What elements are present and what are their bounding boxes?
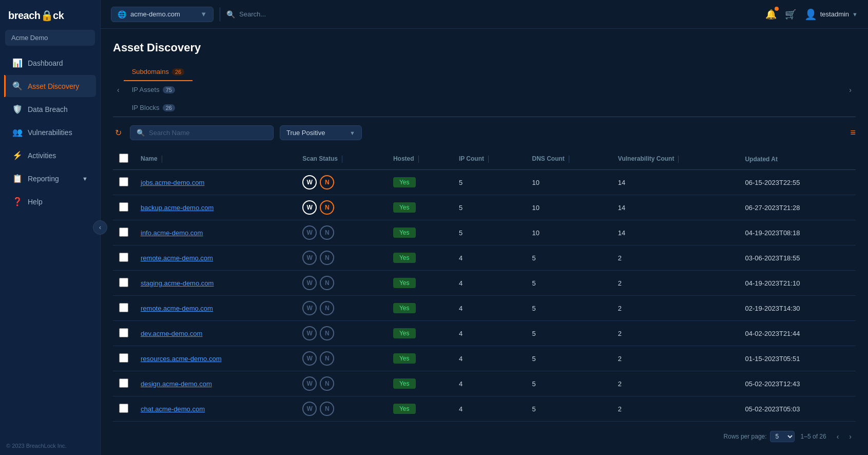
scan-n-badge: N [320,301,334,315]
hosted-badge: Yes [393,404,416,414]
subdomain-link[interactable]: jobs.acme-demo.com [141,179,204,186]
prev-page-button[interactable]: ‹ [833,430,843,443]
row-scan-status: WN [296,170,387,195]
page-title: Asset Discovery [113,41,856,54]
row-dns-count: 5 [526,245,612,271]
row-checkbox[interactable] [119,353,128,363]
subdomain-link[interactable]: remote.acme-demo.com [141,254,213,262]
row-checkbox[interactable] [119,278,128,287]
row-vulnerability-count: 2 [612,396,739,422]
row-checkbox[interactable] [119,378,128,388]
user-menu[interactable]: 👤 testadmin ▼ [804,8,858,21]
subdomain-link[interactable]: backup.acme-demo.com [141,204,214,212]
sidebar-item-reporting[interactable]: 📋Reporting▼ [4,167,96,189]
data-breach-label: Data Breach [28,105,68,113]
search-input[interactable] [149,129,267,137]
search-icon: 🔍 [137,129,145,137]
table-row: resources.acme-demo.comWNYes45201-15-202… [113,346,856,371]
row-dns-count: 10 [526,220,612,245]
scan-n-badge: N [320,276,334,290]
row-checkbox-cell [113,396,134,422]
row-checkbox[interactable] [119,202,128,212]
row-name: remote.acme-demo.com [134,245,296,271]
scan-icons: WN [302,175,381,189]
row-updated-at: 04-19-2023T08:18 [739,220,856,245]
hosted-badge: Yes [393,202,416,213]
row-checkbox[interactable] [119,328,128,337]
sidebar-item-data-breach[interactable]: 🛡️Data Breach [4,98,96,120]
table-row: backup.acme-demo.comWNYes5101406-27-2023… [113,195,856,220]
row-ip-count: 5 [453,220,526,245]
sidebar: breach🔒ck Acme Demo 📊Dashboard🔍Asset Dis… [0,0,101,455]
row-updated-at: 06-15-2023T22:55 [739,170,856,195]
workspace-selector[interactable]: Acme Demo [5,30,95,46]
rows-per-page-select[interactable]: 5 10 25 [770,431,795,442]
sidebar-item-asset-discovery[interactable]: 🔍Asset Discovery [4,75,96,97]
name-search[interactable]: 🔍 [130,125,274,140]
domain-selector[interactable]: 🌐 acme-demo.com ▼ [111,7,214,22]
tab-badge: 26 [172,68,184,75]
select-all-col [113,148,134,170]
row-checkbox-cell [113,245,134,271]
row-checkbox[interactable] [119,253,128,262]
vulnerabilities-icon: 👥 [12,127,23,137]
tab-ip-assets[interactable]: IP Assets75 [124,81,193,99]
tab-label: Subdomains [132,68,169,75]
subdomain-link[interactable]: design.acme-demo.com [141,380,212,388]
table-row: remote.acme-demo.comWNYes45202-19-2023T1… [113,296,856,321]
subdomain-link[interactable]: info.acme-demo.com [141,229,203,237]
col-hosted: Hosted [387,148,453,170]
refresh-button[interactable]: ↻ [113,126,124,140]
next-page-button[interactable]: › [845,430,856,443]
subdomain-link[interactable]: remote.acme-demo.com [141,305,213,312]
subdomain-link[interactable]: dev.acme-demo.com [141,330,202,337]
subdomain-link[interactable]: chat.acme-demo.com [141,405,205,413]
notifications-button[interactable]: 🔔 [765,9,777,20]
scan-w-badge: W [302,402,317,416]
row-updated-at: 05-02-2023T12:43 [739,371,856,396]
row-updated-at: 05-02-2023T05:03 [739,396,856,422]
row-dns-count: 10 [526,170,612,195]
scan-w-badge: W [302,326,317,340]
hosted-badge: Yes [393,253,416,263]
sidebar-item-help[interactable]: ❓Help [4,191,96,213]
tab-label: IP Blocks [132,104,160,111]
topbar-divider [220,7,220,22]
asset-discovery-icon: 🔍 [12,81,23,91]
filter-chevron-icon: ▼ [350,130,355,136]
sidebar-item-dashboard[interactable]: 📊Dashboard [4,52,96,74]
row-vulnerability-count: 2 [612,296,739,321]
scan-icons: WN [302,276,381,290]
row-checkbox[interactable] [119,404,128,413]
row-hosted: Yes [387,321,453,346]
cart-icon[interactable]: 🛒 [785,9,796,20]
subdomain-link[interactable]: resources.acme-demo.com [141,355,222,363]
global-search[interactable]: 🔍 Search... [226,10,759,18]
select-all-checkbox[interactable] [119,154,128,163]
tab-prev-button[interactable]: ‹ [113,82,124,98]
row-checkbox[interactable] [119,303,128,312]
hosted-badge: Yes [393,177,416,187]
subdomain-link[interactable]: staging.acme-demo.com [141,279,214,287]
filter-dropdown[interactable]: True Positive ▼ [280,125,362,140]
row-checkbox[interactable] [119,177,128,186]
row-updated-at: 01-15-2023T05:51 [739,346,856,371]
row-checkbox[interactable] [119,228,128,237]
column-menu-icon[interactable]: ≡ [850,127,856,138]
sidebar-item-vulnerabilities[interactable]: 👥Vulnerabilities [4,121,96,143]
table-row: staging.acme-demo.comWNYes45204-19-2023T… [113,271,856,296]
table-header-row: Name Scan Status Hosted IP Count DNS Cou… [113,148,856,170]
tab-next-button[interactable]: › [845,82,856,98]
row-ip-count: 5 [453,170,526,195]
table-row: info.acme-demo.comWNYes5101404-19-2023T0… [113,220,856,245]
col-updated-at: Updated At [739,148,856,170]
row-checkbox-cell [113,195,134,220]
sidebar-collapse-button[interactable]: ‹ [93,220,107,235]
row-ip-count: 4 [453,371,526,396]
asset-table: Name Scan Status Hosted IP Count DNS Cou… [113,148,856,424]
tab-subdomains[interactable]: Subdomains26 [124,63,193,81]
table-body: jobs.acme-demo.comWNYes5101406-15-2023T2… [113,170,856,425]
sidebar-item-activities[interactable]: ⚡Activities [4,144,96,166]
row-ip-count: 4 [453,346,526,371]
tab-ip-blocks[interactable]: IP Blocks26 [124,99,193,117]
